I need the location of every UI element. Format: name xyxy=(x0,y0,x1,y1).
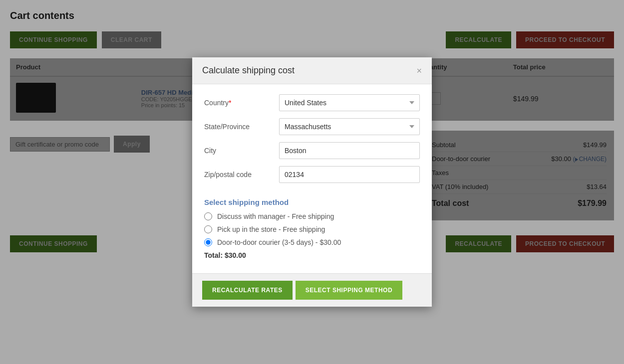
modal-total-value: $30.00 xyxy=(225,251,246,259)
state-select[interactable]: Massachusetts xyxy=(279,118,420,135)
shipping-option-door: Door-to-door courier (3-5 days) - $30.00 xyxy=(204,238,420,246)
modal-close-button[interactable]: × xyxy=(416,66,422,75)
modal-body: Country* United States State/Province Ma… xyxy=(192,84,432,273)
select-shipping-method-button[interactable]: SELECT SHIPPING METHOD xyxy=(296,281,402,300)
country-label: Country* xyxy=(204,99,279,107)
shipping-label-door[interactable]: Door-to-door courier (3-5 days) - $30.00 xyxy=(217,238,341,246)
zip-row: Zip/postal code xyxy=(204,166,420,183)
modal-header: Calculate shipping cost × xyxy=(192,57,432,84)
modal-title: Calculate shipping cost xyxy=(202,65,295,76)
recalculate-rates-button[interactable]: RECALCULATE RATES xyxy=(202,281,293,300)
modal-total-label: Total: xyxy=(204,251,223,259)
country-select[interactable]: United States xyxy=(279,94,420,111)
modal-total-line: Total: $30.00 xyxy=(204,251,420,259)
city-label: City xyxy=(204,147,279,155)
state-row: State/Province Massachusetts xyxy=(204,118,420,135)
shipping-radio-discuss[interactable] xyxy=(204,212,212,220)
shipping-label-pickup[interactable]: Pick up in the store - Free shipping xyxy=(217,225,325,233)
shipping-option-discuss: Discuss with manager - Free shipping xyxy=(204,212,420,220)
zip-input[interactable] xyxy=(279,166,420,183)
modal-overlay: Calculate shipping cost × Country* Unite… xyxy=(0,0,624,364)
city-input[interactable] xyxy=(279,142,420,159)
city-row: City xyxy=(204,142,420,159)
shipping-modal: Calculate shipping cost × Country* Unite… xyxy=(192,57,432,307)
shipping-label-discuss[interactable]: Discuss with manager - Free shipping xyxy=(217,212,334,220)
required-marker: * xyxy=(229,99,231,107)
shipping-radio-door[interactable] xyxy=(204,238,212,246)
shipping-option-pickup: Pick up in the store - Free shipping xyxy=(204,225,420,233)
shipping-radio-pickup[interactable] xyxy=(204,225,212,233)
shipping-method-section: Select shipping method Discuss with mana… xyxy=(204,190,420,263)
modal-footer: RECALCULATE RATES SELECT SHIPPING METHOD xyxy=(192,273,432,307)
zip-label: Zip/postal code xyxy=(204,171,279,179)
state-label: State/Province xyxy=(204,123,279,131)
country-row: Country* United States xyxy=(204,94,420,111)
shipping-method-title: Select shipping method xyxy=(204,198,420,206)
